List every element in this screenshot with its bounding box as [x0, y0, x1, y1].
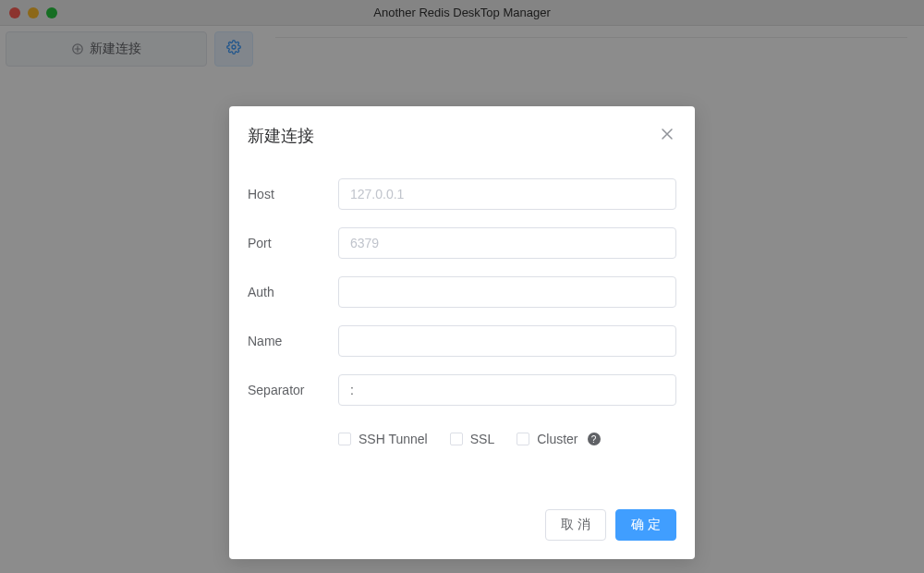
dialog-body: Host Port Auth Name Separator: [229, 156, 695, 465]
port-input[interactable]: [338, 227, 676, 259]
host-input[interactable]: [338, 178, 676, 210]
separator-label: Separator: [248, 383, 338, 397]
confirm-button[interactable]: 确 定: [615, 509, 676, 541]
checkbox-box: [338, 433, 351, 445]
cluster-checkbox[interactable]: Cluster ?: [517, 432, 600, 446]
auth-label: Auth: [248, 285, 338, 299]
confirm-button-label: 确 定: [631, 517, 661, 533]
ssl-label: SSL: [470, 432, 494, 446]
name-label: Name: [248, 334, 338, 348]
close-icon: [661, 128, 674, 144]
host-label: Host: [248, 187, 338, 201]
new-connection-dialog: 新建连接 Host Port Auth Name: [229, 106, 695, 559]
ssl-checkbox[interactable]: SSL: [450, 432, 494, 446]
help-icon[interactable]: ?: [588, 433, 601, 445]
cancel-button-label: 取 消: [561, 517, 590, 533]
auth-input[interactable]: [338, 276, 676, 308]
form-item-host: Host: [248, 178, 676, 210]
cluster-label: Cluster: [537, 432, 578, 446]
ssh-tunnel-checkbox[interactable]: SSH Tunnel: [338, 432, 428, 446]
dialog-header: 新建连接: [229, 106, 695, 156]
dialog-footer: 取 消 确 定: [229, 465, 695, 559]
separator-input[interactable]: [338, 374, 676, 406]
modal-overlay[interactable]: 新建连接 Host Port Auth Name: [0, 0, 924, 573]
dialog-close-button[interactable]: [658, 127, 676, 145]
cancel-button[interactable]: 取 消: [545, 509, 606, 541]
form-item-auth: Auth: [248, 276, 676, 308]
ssh-tunnel-label: SSH Tunnel: [359, 432, 428, 446]
checkbox-row: SSH Tunnel SSL Cluster ?: [338, 432, 676, 446]
form-item-port: Port: [248, 227, 676, 259]
port-label: Port: [248, 236, 338, 250]
checkbox-box: [517, 433, 529, 445]
name-input[interactable]: [338, 325, 676, 357]
form-item-name: Name: [248, 325, 676, 357]
dialog-title: 新建连接: [248, 125, 314, 147]
checkbox-box: [450, 433, 463, 445]
form-item-separator: Separator: [248, 374, 676, 406]
